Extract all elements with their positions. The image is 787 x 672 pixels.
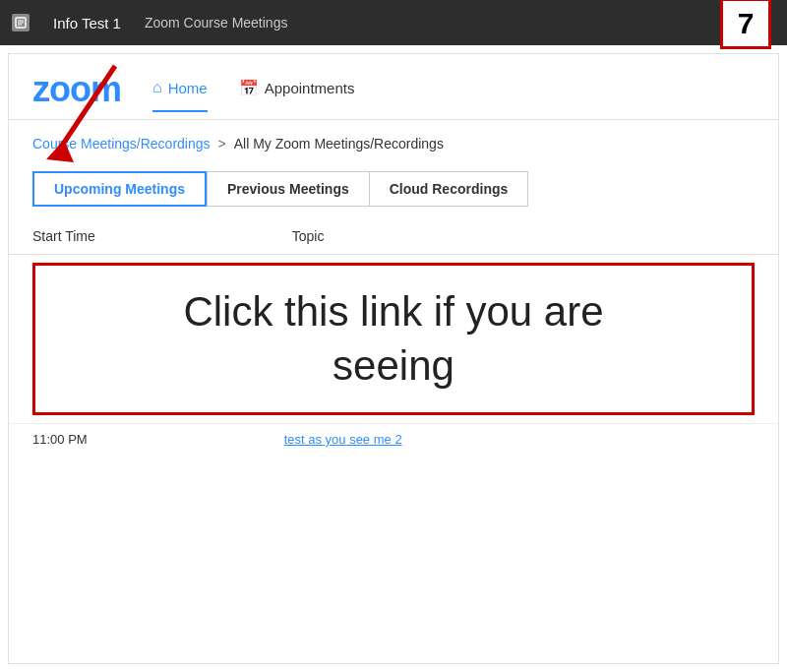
col-start-time: Start Time [32, 228, 95, 244]
home-icon: ⌂ [152, 79, 162, 96]
page-icon [12, 14, 30, 31]
overlay-line1: Click this link if you are [183, 288, 603, 335]
overlay-line2: seeing [333, 342, 454, 389]
breadcrumb: Course Meetings/Recordings > All My Zoom… [9, 120, 778, 159]
tab-previous[interactable]: Previous Meetings [207, 171, 370, 207]
bottom-link[interactable]: test as you see me 2 [284, 432, 402, 447]
bottom-row: 11:00 PM test as you see me 2 [9, 423, 778, 455]
page-title: Info Test 1 [53, 15, 121, 31]
breadcrumb-current: All My Zoom Meetings/Recordings [234, 136, 444, 152]
table-header: Start Time Topic [9, 218, 778, 255]
col-topic: Topic [292, 228, 325, 244]
top-bar: Info Test 1 Zoom Course Meetings 7 [0, 0, 787, 45]
nav-appointments-label: Appointments [265, 80, 355, 96]
zoom-nav: zoom ⌂ Home 📅 Appointments [9, 54, 778, 120]
tab-cloud[interactable]: Cloud Recordings [370, 171, 529, 207]
appointments-icon: 📅 [239, 79, 259, 97]
zoom-logo: zoom [32, 72, 121, 119]
tabs-section: Upcoming Meetings Previous Meetings Clou… [9, 159, 778, 218]
badge-number: 7 [720, 0, 771, 49]
red-box-overlay[interactable]: Click this link if you are seeing [32, 263, 755, 415]
nav-home-label: Home [168, 80, 208, 96]
tab-upcoming[interactable]: Upcoming Meetings [32, 171, 207, 207]
bottom-time: 11:00 PM [32, 432, 88, 447]
breadcrumb-separator: > [218, 136, 226, 152]
main-content: zoom ⌂ Home 📅 Appointments Course Meetin… [8, 53, 779, 664]
nav-appointments[interactable]: 📅 Appointments [239, 79, 355, 113]
top-bar-subtitle: Zoom Course Meetings [145, 15, 288, 31]
overlay-text: Click this link if you are seeing [163, 266, 623, 412]
nav-home[interactable]: ⌂ Home [152, 79, 208, 112]
breadcrumb-link[interactable]: Course Meetings/Recordings [32, 136, 211, 152]
